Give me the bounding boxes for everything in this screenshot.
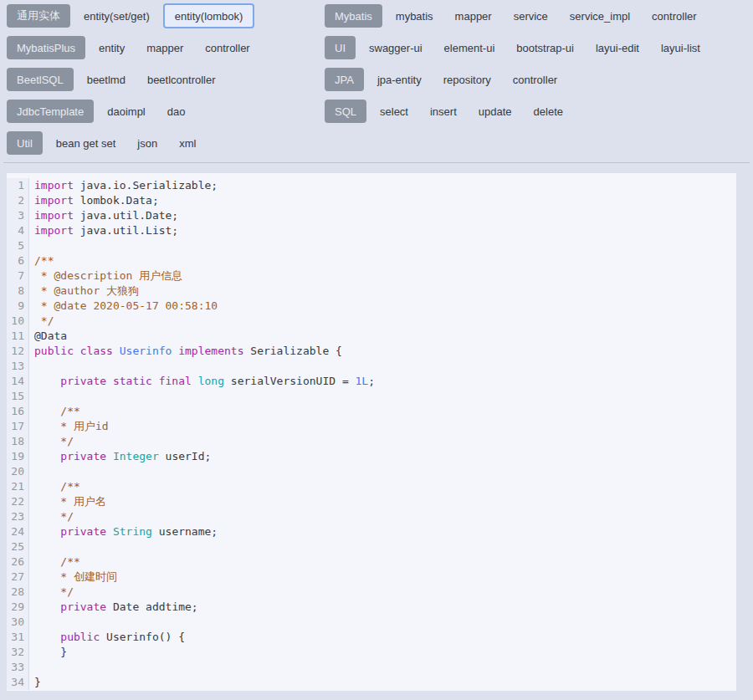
code-line-29: 29 private Date addtime; bbox=[7, 600, 736, 615]
code-line-22: 22 * 用户名 bbox=[7, 494, 736, 509]
code-line-2: 2import lombok.Data; bbox=[7, 193, 736, 208]
code-text bbox=[29, 539, 41, 554]
code-line-4: 4import java.util.List; bbox=[7, 223, 736, 238]
template-toolbar: 通用实体entity(set/get)entity(lombok)Mybatis… bbox=[0, 0, 753, 162]
group-label-beetlsql[interactable]: BeetlSQL bbox=[7, 68, 74, 91]
code-text: * 创建时间 bbox=[29, 570, 117, 585]
code-line-25: 25 bbox=[7, 539, 736, 554]
code-text bbox=[29, 359, 41, 374]
code-text: */ bbox=[29, 434, 74, 449]
toolbar-group-group-0: 通用实体entity(set/get)entity(lombok) bbox=[7, 4, 325, 28]
line-number: 3 bbox=[7, 208, 29, 223]
line-number: 29 bbox=[7, 600, 29, 615]
code-line-14: 14 private static final long serialVersi… bbox=[7, 374, 736, 389]
code-text: public Userinfo() { bbox=[29, 630, 185, 645]
line-number: 32 bbox=[7, 645, 29, 660]
toolbar-group-mybatisplus: MybatisPlusentitymappercontroller bbox=[7, 36, 325, 59]
code-text: /** bbox=[29, 253, 54, 268]
code-text: import java.util.List; bbox=[29, 223, 178, 238]
group-label-ui[interactable]: UI bbox=[325, 36, 356, 59]
line-number: 21 bbox=[7, 479, 29, 494]
template-button-mapper[interactable]: mapper bbox=[138, 36, 192, 59]
code-line-7: 7 * @description 用户信息 bbox=[7, 268, 736, 284]
code-text: * 用户名 bbox=[29, 494, 106, 509]
code-line-27: 27 * 创建时间 bbox=[7, 570, 736, 585]
template-button-bootstrap-ui[interactable]: bootstrap-ui bbox=[508, 36, 582, 59]
template-button-mapper[interactable]: mapper bbox=[447, 4, 500, 28]
group-label-mybatisplus[interactable]: MybatisPlus bbox=[7, 36, 85, 59]
line-number: 15 bbox=[7, 389, 29, 404]
code-line-33: 33 bbox=[7, 660, 736, 675]
code-text: private String username; bbox=[29, 524, 218, 539]
template-button-entity-set-get[interactable]: entity(set/get) bbox=[75, 4, 158, 28]
code-line-6: 6/** bbox=[7, 253, 736, 268]
group-label-mybatis[interactable]: Mybatis bbox=[325, 4, 382, 28]
template-button-select[interactable]: select bbox=[371, 100, 417, 123]
code-text: private Integer userId; bbox=[29, 449, 211, 464]
template-button-entity[interactable]: entity bbox=[90, 36, 133, 59]
template-button-delete[interactable]: delete bbox=[525, 100, 571, 123]
code-text: * @author 大狼狗 bbox=[29, 284, 139, 299]
template-button-xml[interactable]: xml bbox=[171, 131, 204, 155]
template-button-mybatis[interactable]: mybatis bbox=[387, 4, 442, 28]
toolbar-group-mybatis: Mybatismybatismapperserviceservice_implc… bbox=[325, 4, 746, 28]
line-number: 13 bbox=[7, 359, 29, 374]
code-line-5: 5 bbox=[7, 238, 736, 253]
template-button-json[interactable]: json bbox=[129, 131, 166, 155]
template-button-beetlmd[interactable]: beetlmd bbox=[79, 68, 134, 91]
toolbar-group-util: Utilbean get setjsonxml bbox=[7, 131, 325, 155]
code-line-13: 13 bbox=[7, 359, 736, 374]
template-button-beetlcontroller[interactable]: beetlcontroller bbox=[139, 68, 224, 91]
code-panel[interactable]: 1import java.io.Serializable;2import lom… bbox=[7, 173, 736, 691]
template-button-repository[interactable]: repository bbox=[435, 68, 499, 91]
code-text: import java.util.Date; bbox=[29, 208, 178, 223]
code-text: @Data bbox=[29, 329, 67, 344]
code-text: * @description 用户信息 bbox=[29, 268, 182, 284]
template-button-controller[interactable]: controller bbox=[505, 68, 566, 91]
group-label-util[interactable]: Util bbox=[7, 131, 43, 155]
code-line-1: 1import java.io.Serializable; bbox=[7, 178, 736, 193]
line-number: 34 bbox=[7, 675, 29, 690]
line-number: 17 bbox=[7, 419, 29, 434]
template-button-element-ui[interactable]: element-ui bbox=[436, 36, 504, 59]
code-line-18: 18 */ bbox=[7, 434, 736, 449]
template-button-insert[interactable]: insert bbox=[422, 100, 465, 123]
code-line-28: 28 */ bbox=[7, 585, 736, 600]
code-text: import lombok.Data; bbox=[29, 193, 159, 208]
code-text: private static final long serialVersionU… bbox=[29, 374, 375, 389]
code-line-3: 3import java.util.Date; bbox=[7, 208, 736, 223]
template-button-bean-get-set[interactable]: bean get set bbox=[48, 131, 125, 155]
template-button-service-impl[interactable]: service_impl bbox=[561, 4, 638, 28]
template-button-daoimpl[interactable]: daoimpl bbox=[99, 100, 154, 123]
code-text: } bbox=[29, 645, 67, 660]
template-button-service[interactable]: service bbox=[505, 4, 556, 28]
template-button-jpa-entity[interactable]: jpa-entity bbox=[369, 68, 430, 91]
template-button-controller[interactable]: controller bbox=[197, 36, 258, 59]
group-label-sql[interactable]: SQL bbox=[325, 100, 366, 123]
code-text: /** bbox=[29, 404, 80, 419]
code-text: */ bbox=[29, 509, 74, 524]
line-number: 2 bbox=[7, 193, 29, 208]
template-button-layui-list[interactable]: layui-list bbox=[653, 36, 709, 59]
code-line-21: 21 /** bbox=[7, 479, 736, 494]
group-label-jdbctemplate[interactable]: JdbcTemplate bbox=[7, 100, 94, 123]
line-number: 16 bbox=[7, 404, 29, 419]
template-button-controller[interactable]: controller bbox=[643, 4, 704, 28]
line-number: 18 bbox=[7, 434, 29, 449]
code-line-31: 31 public Userinfo() { bbox=[7, 630, 736, 645]
template-button-dao[interactable]: dao bbox=[159, 100, 194, 123]
code-line-15: 15 bbox=[7, 389, 736, 404]
toolbar-code-divider bbox=[3, 162, 750, 163]
code-text bbox=[29, 464, 41, 479]
group-label-label-0[interactable]: 通用实体 bbox=[7, 4, 70, 28]
template-button-swagger-ui[interactable]: swagger-ui bbox=[361, 36, 431, 59]
line-number: 4 bbox=[7, 223, 29, 238]
template-button-entity-lombok[interactable]: entity(lombok) bbox=[163, 3, 255, 28]
template-button-layui-edit[interactable]: layui-edit bbox=[587, 36, 648, 59]
toolbar-group-sql: SQLselectinsertupdatedelete bbox=[325, 100, 746, 123]
template-button-update[interactable]: update bbox=[470, 100, 520, 123]
code-line-19: 19 private Integer userId; bbox=[7, 449, 736, 464]
group-label-jpa[interactable]: JPA bbox=[325, 68, 364, 91]
code-line-11: 11@Data bbox=[7, 329, 736, 344]
code-text: import java.io.Serializable; bbox=[29, 178, 218, 193]
